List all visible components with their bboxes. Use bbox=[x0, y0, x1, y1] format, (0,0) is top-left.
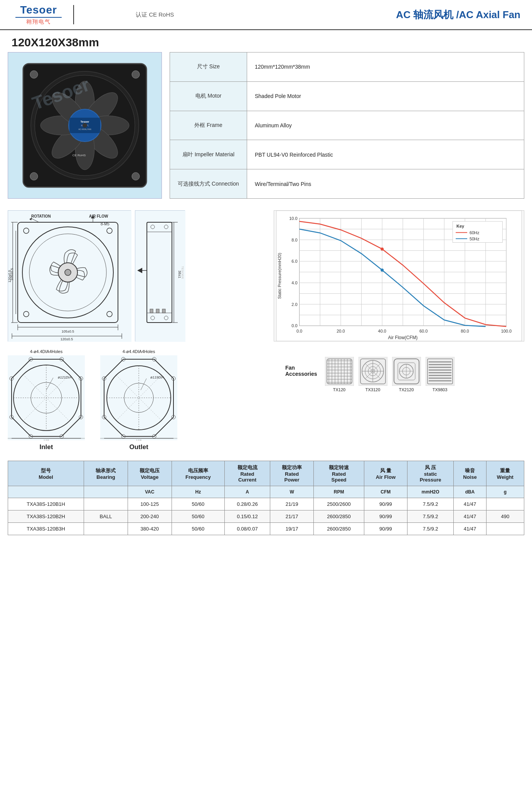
table-cell: 490 bbox=[486, 510, 524, 523]
table-cell: TXA38S-120B3H bbox=[8, 523, 84, 535]
svg-text:Air Flow(CFM): Air Flow(CFM) bbox=[388, 335, 418, 340]
fan-image-box: Tesoer bbox=[8, 52, 162, 199]
spec-value: Wire/Terminal/Two Pins bbox=[247, 169, 524, 199]
svg-text:40.0: 40.0 bbox=[378, 329, 386, 333]
inlet-label: Inlet bbox=[8, 443, 85, 451]
table-cell: 90/99 bbox=[364, 510, 407, 523]
table-cell: 50/60 bbox=[172, 523, 225, 535]
table-col-unit: W bbox=[270, 486, 314, 498]
table-cell: 200-240 bbox=[128, 510, 172, 523]
svg-point-98 bbox=[380, 247, 384, 250]
spec-label: 尺寸 Size bbox=[170, 52, 247, 82]
table-col-unit: CFM bbox=[364, 486, 407, 498]
table-cell: 0.15/0.12 bbox=[225, 510, 270, 523]
inlet-svg: ø121DIA 105 116 bbox=[8, 355, 85, 440]
product-size-label: 120X120X38mm bbox=[0, 30, 532, 52]
svg-text:ø121DIA: ø121DIA bbox=[58, 375, 72, 379]
svg-text:6.0: 6.0 bbox=[291, 259, 297, 264]
table-cell bbox=[84, 498, 128, 510]
table-cell: 90/99 bbox=[364, 498, 407, 510]
dim-105-bottom: 105±0.5 bbox=[62, 330, 74, 333]
svg-text:100.0: 100.0 bbox=[501, 329, 512, 333]
svg-text:Static Pressure(mmH20): Static Pressure(mmH20) bbox=[277, 253, 282, 299]
specs-table: 尺寸 Size120mm*120mm*38mm电机 MotorShaded Po… bbox=[170, 52, 524, 199]
table-col-unit: mmH2O bbox=[407, 486, 454, 498]
table-cell bbox=[486, 523, 524, 535]
svg-rect-185 bbox=[426, 357, 455, 386]
svg-text:10.0: 10.0 bbox=[289, 216, 297, 221]
inlet-hole-label: 4-ø4.4DIA4Holes bbox=[8, 349, 85, 354]
certification-text: 认证 CE RoHS bbox=[82, 11, 228, 19]
accessory-tx2120: TX2120 bbox=[392, 357, 421, 392]
fan-photo-svg: Tesoer 翱翔电气 AC AXIAL FAN CE RoHS bbox=[19, 60, 150, 191]
table-cell: 19/17 bbox=[270, 523, 314, 535]
svg-point-1 bbox=[30, 71, 38, 78]
chart-svg: 10.0 8.0 6.0 4.0 2.0 0.0 0.0 20.0 40.0 6… bbox=[274, 211, 524, 341]
side-diagram-svg: 38±1 TESOER bbox=[135, 211, 185, 342]
table-cell: 2600/2850 bbox=[314, 510, 364, 523]
header: Tesoer 翱翔电气 认证 CE RoHS AC 轴流风机 /AC Axial… bbox=[0, 0, 532, 30]
svg-text:AC AXIAL FAN: AC AXIAL FAN bbox=[78, 128, 91, 130]
brand-name: Tesoer bbox=[20, 4, 57, 16]
table-cell: 21/17 bbox=[270, 510, 314, 523]
table-cell: 50/60 bbox=[172, 510, 225, 523]
table-col-unit: Hz bbox=[172, 486, 225, 498]
svg-rect-57 bbox=[156, 309, 159, 313]
accessories-row: TX120 bbox=[325, 357, 455, 392]
accessories-items: TX120 bbox=[325, 357, 455, 392]
page-title: AC 轴流风机 /AC Axial Fan bbox=[228, 8, 520, 22]
outlet-label: Outlet bbox=[100, 443, 177, 451]
table-col-header: 风 量 Air Flow bbox=[364, 461, 407, 486]
svg-rect-178 bbox=[392, 357, 421, 386]
table-cell: 0.28/0.26 bbox=[225, 498, 270, 510]
tx2120-icon bbox=[392, 357, 421, 386]
tx120-icon bbox=[325, 357, 354, 386]
table-col-unit: g bbox=[486, 486, 524, 498]
table-cell: 41/47 bbox=[454, 523, 487, 535]
table-cell: 2600/2850 bbox=[314, 523, 364, 535]
svg-text:TESOER: TESOER bbox=[181, 266, 184, 279]
table-cell: 90/99 bbox=[364, 523, 407, 535]
svg-text:105: 105 bbox=[136, 439, 141, 440]
svg-text:2.0: 2.0 bbox=[291, 302, 297, 307]
tx9803-label: TX9803 bbox=[426, 387, 455, 392]
tx3120-label: TX3120 bbox=[359, 387, 387, 392]
table-cell: 7.5/9.2 bbox=[407, 510, 454, 523]
table-cell: TXA38S-120B2H bbox=[8, 510, 84, 523]
table-cell: 380-420 bbox=[128, 523, 172, 535]
table-col-unit: VAC bbox=[128, 486, 172, 498]
inlet-outlet-section: 4-ø4.4DIA4Holes bbox=[8, 349, 270, 451]
table-col-header: 风 压 static Pressure bbox=[407, 461, 454, 486]
table-cell bbox=[486, 498, 524, 510]
tx9803-icon bbox=[426, 357, 455, 386]
brand-chinese: 翱翔电气 bbox=[26, 19, 51, 25]
spec-label: 可选接线方式 Connection bbox=[170, 169, 247, 199]
data-table-section: 型号 Model轴承形式 Bearing额定电压 Voltage电压频率 Fre… bbox=[0, 455, 532, 541]
svg-text:60Hz: 60Hz bbox=[470, 230, 480, 235]
accessories-section: Fan Accessories bbox=[278, 349, 524, 392]
spec-value: 120mm*120mm*38mm bbox=[247, 52, 524, 82]
table-col-header: 额定功率 Rated Power bbox=[270, 461, 314, 486]
svg-text:ø119DIA: ø119DIA bbox=[150, 375, 164, 379]
spec-label: 外框 Frame bbox=[170, 111, 247, 140]
svg-rect-56 bbox=[150, 309, 153, 313]
tx3120-icon bbox=[359, 357, 387, 386]
diagram-area: ROTATION AIR FLOW 8-M5 bbox=[8, 210, 270, 341]
table-cell: 0.08/0.07 bbox=[225, 523, 270, 535]
table-cell bbox=[84, 523, 128, 535]
accessories-title: Fan Accessories bbox=[285, 357, 317, 377]
table-cell: 21/19 bbox=[270, 498, 314, 510]
svg-point-99 bbox=[380, 269, 384, 272]
table-col-header: 电压频率 Frequency bbox=[172, 461, 225, 486]
svg-point-3 bbox=[30, 172, 38, 180]
inlet-section: 4-ø4.4DIA4Holes bbox=[8, 349, 85, 451]
table-cell: 7.5/9.2 bbox=[407, 498, 454, 510]
table-col-unit bbox=[84, 486, 128, 498]
svg-text:105: 105 bbox=[43, 439, 49, 440]
svg-text:Tesoer: Tesoer bbox=[81, 120, 89, 123]
spec-label: 扇叶 Impeller Material bbox=[170, 140, 247, 169]
table-row: TXA38S-120B2HBALL200-24050/600.15/0.1221… bbox=[8, 510, 524, 523]
spec-label: 电机 Motor bbox=[170, 81, 247, 111]
table-col-unit: RPM bbox=[314, 486, 364, 498]
performance-table: 型号 Model轴承形式 Bearing额定电压 Voltage电压频率 Fre… bbox=[8, 461, 524, 535]
